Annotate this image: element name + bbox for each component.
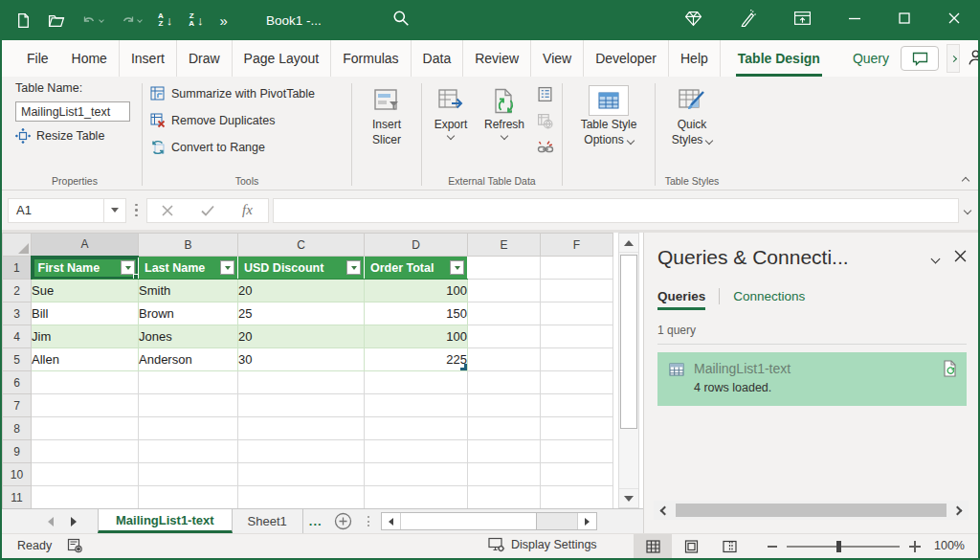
cell[interactable] [139, 371, 238, 394]
name-box-dropdown-icon[interactable] [111, 208, 119, 213]
tab-table-design[interactable]: Table Design [726, 40, 832, 77]
panel-tab-connections[interactable]: Connections [733, 289, 805, 310]
cell[interactable] [541, 371, 613, 394]
tab-help[interactable]: Help [669, 40, 721, 77]
row-header[interactable]: 11 [3, 486, 32, 509]
zoom-thumb[interactable] [836, 541, 841, 552]
cell[interactable] [32, 371, 139, 394]
cell[interactable] [32, 463, 139, 486]
row-header[interactable]: 4 [3, 325, 32, 348]
column-header-d[interactable]: D [365, 234, 468, 257]
cell[interactable]: Jim [32, 325, 139, 348]
filter-button[interactable] [220, 260, 234, 275]
formula-bar-splitter[interactable] [135, 204, 138, 217]
scroll-up-button[interactable] [619, 234, 638, 253]
zoom-track[interactable] [787, 546, 900, 548]
export-button[interactable]: Export [430, 81, 472, 174]
cancel-entry-icon[interactable] [147, 199, 188, 222]
cell[interactable] [468, 257, 541, 280]
filter-button[interactable] [346, 260, 361, 275]
cell[interactable]: 150 [365, 302, 468, 325]
cell[interactable]: 25 [238, 302, 365, 325]
panel-close-icon[interactable] [954, 249, 967, 266]
cell[interactable] [32, 394, 139, 417]
insert-function-button[interactable]: fx [228, 199, 268, 222]
table-name-input[interactable] [15, 101, 130, 122]
cell[interactable] [32, 486, 139, 509]
cell[interactable] [468, 440, 541, 463]
normal-view-button[interactable] [634, 534, 672, 558]
expand-chevron-icon[interactable] [947, 44, 960, 73]
cell[interactable]: Sue [32, 280, 139, 302]
select-all-button[interactable] [3, 234, 32, 257]
tab-page-layout[interactable]: Page Layout [233, 40, 332, 77]
column-header-e[interactable]: E [468, 234, 541, 257]
tab-formulas[interactable]: Formulas [331, 40, 411, 77]
query-refresh-icon[interactable] [943, 360, 957, 381]
cell[interactable]: Brown [139, 302, 238, 325]
cell[interactable] [468, 486, 541, 509]
row-header[interactable]: 5 [3, 348, 32, 371]
undo-dropdown-icon[interactable] [99, 17, 104, 23]
tab-file[interactable]: File [15, 40, 60, 77]
cell[interactable] [32, 417, 139, 440]
cell[interactable] [139, 486, 238, 509]
horizontal-scrollbar[interactable] [381, 512, 597, 530]
cell[interactable] [238, 394, 365, 417]
column-header-c[interactable]: C [238, 234, 365, 257]
collapse-ribbon-icon[interactable] [962, 177, 969, 185]
resize-table-button[interactable]: Resize Table [15, 128, 130, 144]
scroll-down-button[interactable] [619, 488, 638, 507]
panel-horizontal-scrollbar[interactable] [654, 501, 969, 520]
minimize-button[interactable] [848, 11, 861, 29]
new-file-icon[interactable] [15, 12, 32, 29]
name-box[interactable]: A1 [8, 198, 126, 223]
undo-icon[interactable] [81, 12, 103, 28]
filter-button[interactable] [121, 260, 135, 275]
cell[interactable] [541, 417, 613, 440]
cell[interactable] [139, 394, 238, 417]
page-layout-view-button[interactable] [672, 534, 710, 558]
remove-duplicates-button[interactable]: Remove Duplicates [150, 110, 315, 131]
cell[interactable] [541, 302, 613, 325]
cell[interactable] [541, 257, 613, 280]
row-header[interactable]: 7 [3, 394, 32, 417]
cell[interactable] [541, 348, 613, 371]
horizontal-scroll-thumb[interactable] [401, 513, 537, 529]
redo-dropdown-icon[interactable] [137, 17, 143, 23]
sheet-nav-left-icon[interactable] [48, 517, 54, 526]
cell[interactable]: 100 [365, 325, 468, 348]
cell[interactable] [468, 463, 541, 486]
cell[interactable] [139, 417, 238, 440]
cell[interactable] [541, 280, 613, 302]
vertical-scrollbar[interactable] [618, 233, 639, 508]
cell[interactable] [238, 371, 365, 394]
cell[interactable] [238, 417, 365, 440]
vertical-scroll-thumb[interactable] [620, 255, 637, 429]
cell[interactable] [468, 302, 541, 325]
row-header[interactable]: 3 [3, 302, 32, 325]
row-header[interactable]: 1 [3, 257, 32, 280]
column-header-b[interactable]: B [139, 234, 238, 257]
cell[interactable] [238, 463, 365, 486]
sheet-tab-active[interactable]: MailingList1-text [98, 509, 233, 533]
sheet-nav-right-icon[interactable] [71, 517, 77, 526]
cell-d1[interactable]: Order Total [365, 257, 468, 280]
search-icon[interactable] [392, 10, 410, 31]
data-range-properties-icon[interactable] [537, 86, 554, 106]
row-header[interactable]: 6 [3, 371, 32, 394]
sheet-tab-sheet1[interactable]: Sheet1 [233, 509, 303, 533]
comments-button[interactable] [901, 46, 939, 71]
tab-review[interactable]: Review [463, 40, 531, 77]
confirm-entry-icon[interactable] [188, 199, 228, 222]
column-header-f[interactable]: F [541, 234, 613, 257]
zoom-out-button[interactable] [768, 546, 777, 548]
sort-za-icon[interactable]: ZA ↓ [189, 12, 203, 28]
formula-input[interactable] [273, 198, 960, 223]
cell[interactable] [541, 325, 613, 348]
display-settings-button[interactable]: Display Settings [488, 537, 597, 552]
redo-icon[interactable] [120, 12, 142, 28]
panel-options-chevron-icon[interactable] [932, 249, 939, 266]
cell[interactable] [365, 394, 468, 417]
cell[interactable] [541, 486, 613, 509]
